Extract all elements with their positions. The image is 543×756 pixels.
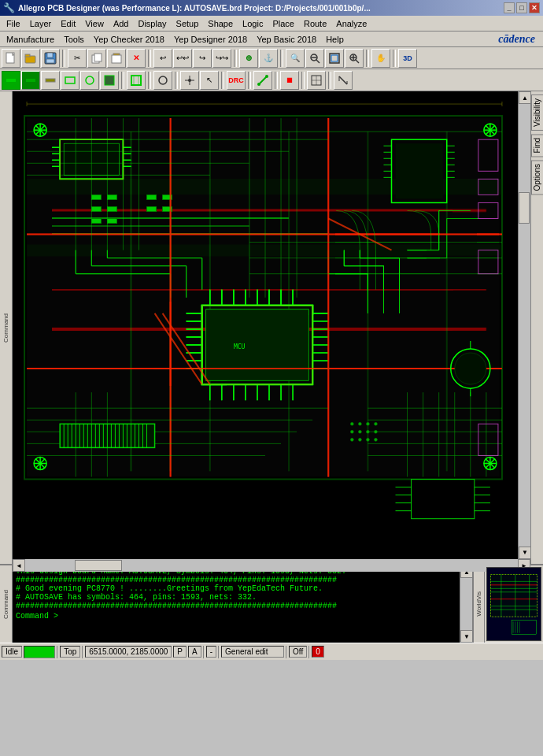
zoom-out-button[interactable] xyxy=(305,49,324,68)
console-handle: Command xyxy=(0,565,13,643)
menu-route[interactable]: Route xyxy=(299,18,331,29)
3d-button[interactable]: 3D xyxy=(398,49,417,68)
close-button[interactable]: ✕ xyxy=(529,2,540,13)
visibility-tab[interactable]: Visibility xyxy=(531,94,543,131)
zoom-area-button[interactable] xyxy=(345,49,364,68)
anchor-button[interactable]: ⚓ xyxy=(259,49,278,68)
cadence-logo: cādence xyxy=(498,33,541,46)
menu-tools[interactable]: Tools xyxy=(59,34,89,45)
console-text[interactable]: This design board name: AUTOSAVE, Symbol… xyxy=(13,565,460,643)
maximize-button[interactable]: □ xyxy=(516,2,527,13)
console-scroll-down[interactable]: ▼ xyxy=(460,630,473,643)
minimize-button[interactable]: _ xyxy=(504,2,515,13)
redo-button[interactable]: ↪ xyxy=(193,49,212,68)
layer5-button[interactable] xyxy=(80,71,99,90)
new-button[interactable] xyxy=(2,49,20,68)
layer4-button[interactable] xyxy=(61,71,79,90)
circle-button[interactable] xyxy=(153,71,172,90)
console-prompt[interactable]: Command > xyxy=(16,612,456,621)
menu-layer[interactable]: Layer xyxy=(25,18,57,29)
scroll-down-button[interactable]: ▼ xyxy=(519,547,531,559)
scroll-up-button[interactable]: ▲ xyxy=(519,91,531,104)
menu-view[interactable]: View xyxy=(80,18,109,29)
svg-rect-21 xyxy=(46,79,55,82)
cursor-button[interactable]: ↖ xyxy=(200,71,219,90)
console-line-4: # AUTOSAVE has symbols: 464, pins: 1593,… xyxy=(16,593,456,602)
save-button[interactable] xyxy=(41,49,60,68)
svg-rect-25 xyxy=(131,76,141,85)
pan-button[interactable]: ✋ xyxy=(371,49,390,68)
redo2-button[interactable]: ↪↪ xyxy=(212,49,231,68)
scroll-left-button[interactable]: ◄ xyxy=(13,559,25,572)
console-scrollbar[interactable]: ▲ ▼ xyxy=(460,565,472,643)
layer6-button[interactable] xyxy=(100,71,119,90)
menu-manufacture[interactable]: Manufacture xyxy=(2,34,59,45)
svg-point-28 xyxy=(159,76,167,84)
scroll-track-horizontal[interactable] xyxy=(25,559,518,572)
toolbar2-sep5 xyxy=(248,72,251,89)
svg-rect-109 xyxy=(147,195,157,199)
undo2-button[interactable]: ↩↩ xyxy=(173,49,192,68)
snap-button[interactable] xyxy=(180,71,199,90)
horizontal-scrollbar[interactable]: ◄ ► xyxy=(13,559,530,572)
menu-shape[interactable]: Shape xyxy=(203,18,238,29)
menu-place[interactable]: Place xyxy=(268,18,299,29)
delete-button[interactable]: ✕ xyxy=(127,49,146,68)
menu-edit[interactable]: Edit xyxy=(56,18,80,29)
menu-add[interactable]: Add xyxy=(109,18,134,29)
layer2-button[interactable] xyxy=(21,71,40,90)
svg-point-217 xyxy=(366,422,369,425)
worldview-canvas[interactable] xyxy=(486,567,541,641)
cut-button[interactable]: ✂ xyxy=(68,49,87,68)
right-panel: Visibility Find Options xyxy=(530,91,543,564)
svg-point-223 xyxy=(350,438,353,441)
menubar2-left: Manufacture Tools Yep Checker 2018 Yep D… xyxy=(2,34,349,45)
status-green-indicator xyxy=(24,646,55,658)
vertical-scrollbar[interactable]: ▲ ▼ xyxy=(518,91,530,559)
artwork-button[interactable] xyxy=(307,71,326,90)
menu-logic[interactable]: Logic xyxy=(238,18,268,29)
menu-file[interactable]: File xyxy=(2,18,25,29)
svg-rect-69 xyxy=(206,309,308,380)
layer1-button[interactable] xyxy=(2,71,20,90)
svg-text:MCU: MCU xyxy=(234,343,246,350)
scroll-thumb-vertical[interactable] xyxy=(519,192,530,224)
svg-rect-103 xyxy=(91,195,101,199)
undo-button[interactable]: ↩ xyxy=(153,49,172,68)
pcb-canvas[interactable]: MCU xyxy=(13,91,518,559)
menu-help[interactable]: Help xyxy=(321,34,349,45)
options-tab[interactable]: Options xyxy=(531,160,543,195)
scroll-track-vertical[interactable] xyxy=(519,104,530,547)
rule-button[interactable] xyxy=(334,71,353,90)
svg-rect-5 xyxy=(46,59,54,63)
menu-display[interactable]: Display xyxy=(133,18,171,29)
find-tab[interactable]: Find xyxy=(531,134,543,157)
board-button[interactable] xyxy=(127,71,146,90)
status-sep4 xyxy=(218,646,220,658)
paste-button[interactable] xyxy=(107,49,126,68)
console-scroll-track[interactable] xyxy=(460,578,472,630)
toolbar2-sep7 xyxy=(301,72,305,89)
toolbar2-sep3 xyxy=(175,72,178,89)
toolbar-sep2 xyxy=(148,50,151,67)
zoom-fit-button[interactable] xyxy=(325,49,344,68)
worldview-svg xyxy=(487,568,541,640)
layer3-button[interactable] xyxy=(41,71,60,90)
status-sep1 xyxy=(57,646,58,658)
menu-yep-designer[interactable]: Yep Designer 2018 xyxy=(169,34,252,45)
stop-button[interactable]: ⏹ xyxy=(280,71,299,90)
statusbar: Idle Top 6515.0000, 2185.0000 P A - Gene… xyxy=(0,643,543,660)
scroll-thumb-horizontal[interactable] xyxy=(75,560,122,571)
copy-button[interactable] xyxy=(87,49,106,68)
add-connect-button[interactable] xyxy=(253,71,272,90)
ratsnest-button[interactable]: ⊕ xyxy=(239,49,258,68)
menu-yep-checker[interactable]: Yep Checker 2018 xyxy=(89,34,169,45)
svg-rect-106 xyxy=(107,206,116,211)
svg-rect-104 xyxy=(107,195,116,199)
drc-button[interactable]: DRC xyxy=(227,71,246,90)
menu-yep-basic[interactable]: Yep Basic 2018 xyxy=(252,34,321,45)
open-button[interactable] xyxy=(21,49,40,68)
menu-setup[interactable]: Setup xyxy=(172,18,204,29)
menu-analyze[interactable]: Analyze xyxy=(331,18,371,29)
zoom-in-button[interactable]: 🔍 xyxy=(286,49,305,68)
